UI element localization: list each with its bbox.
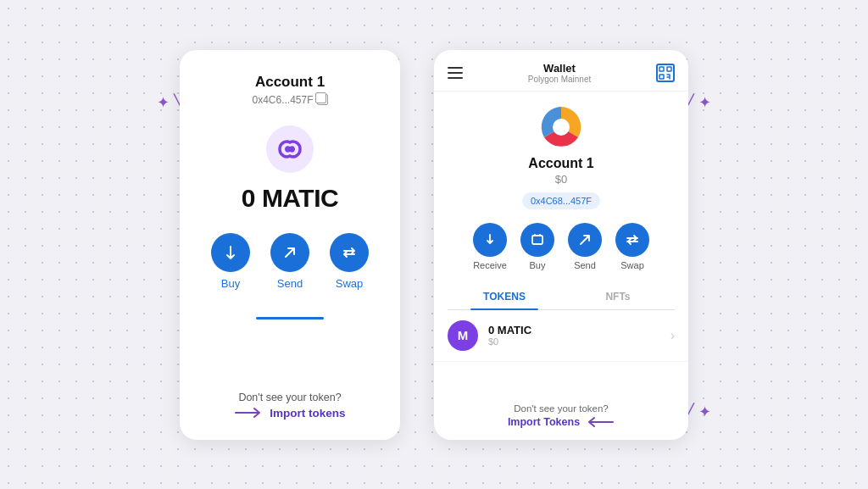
left-account-title: Account 1 [255, 74, 325, 91]
send-button-icon [270, 233, 309, 272]
receive-label: Receive [473, 260, 507, 270]
left-tab-indicator [256, 317, 324, 320]
right-wallet-card: Wallet Polygon Mainnet [434, 50, 688, 440]
left-balance: 0 MATIC [242, 184, 338, 213]
left-import-row: Import tokens [234, 407, 345, 420]
receive-button[interactable]: Receive [473, 223, 507, 270]
svg-rect-2 [667, 67, 671, 71]
left-import-link[interactable]: Import tokens [270, 407, 345, 420]
right-send-label: Send [574, 260, 596, 270]
left-address-text: 0x4C6...457F [252, 94, 313, 106]
right-header: Wallet Polygon Mainnet [434, 50, 688, 92]
copy-icon[interactable] [317, 94, 328, 105]
sparkle-decoration-tr: ╱ ✦ [685, 93, 711, 112]
right-import-section: Don't see your token? Import Tokens [434, 392, 688, 440]
send-button-label: Send [277, 277, 303, 290]
tab-tokens-label: TOKENS [483, 291, 526, 303]
token-amount: 0 MATIC [488, 324, 670, 336]
chevron-right-icon: › [670, 328, 675, 343]
buy-button-icon [211, 233, 250, 272]
swap-button-label: Swap [336, 277, 364, 290]
tab-nfts[interactable]: NFTs [561, 284, 675, 309]
svg-rect-1 [659, 67, 664, 71]
hamburger-line-2 [448, 72, 463, 74]
scan-icon[interactable] [656, 64, 675, 82]
send-button[interactable]: Send [270, 233, 309, 290]
right-buy-button[interactable]: Buy [520, 223, 554, 270]
left-dont-see-text: Don't see your token? [234, 392, 345, 403]
right-address-badge[interactable]: 0x4C68...457F [522, 192, 600, 209]
network-label: Polygon Mainnet [528, 75, 592, 84]
right-buy-icon [520, 223, 554, 257]
hamburger-line-1 [448, 67, 463, 69]
main-container: Account 1 0x4C6...457F 0 MATIC Buy [180, 50, 688, 440]
right-swap-label: Swap [620, 260, 644, 270]
right-body: Account 1 $0 0x4C68...457F Receive [434, 92, 688, 310]
arrow-right-icon [234, 407, 264, 419]
tab-nfts-label: NFTs [605, 291, 630, 303]
buy-button[interactable]: Buy [211, 233, 250, 290]
token-value: $0 [488, 336, 670, 347]
right-account-title: Account 1 [528, 156, 593, 171]
svg-rect-6 [532, 236, 542, 244]
menu-icon[interactable] [448, 67, 463, 79]
right-action-buttons: Receive Buy [473, 223, 649, 270]
tabs-row: TOKENS NFTs [448, 284, 675, 310]
token-icon: M [448, 320, 478, 351]
header-center: Wallet Polygon Mainnet [528, 62, 592, 84]
right-send-button[interactable]: Send [568, 223, 602, 270]
svg-point-5 [553, 119, 570, 136]
polygon-logo [539, 105, 583, 149]
receive-icon [473, 223, 507, 257]
swap-button-icon [330, 233, 369, 272]
right-swap-icon [615, 223, 649, 257]
sparkle-decoration-br: ╱ ✦ [685, 403, 711, 421]
left-import-section: Don't see your token? Import tokens [234, 392, 345, 420]
table-row[interactable]: M 0 MATIC $0 › [434, 310, 688, 362]
buy-button-label: Buy [221, 277, 240, 290]
right-import-link[interactable]: Import Tokens [508, 416, 580, 428]
swap-button[interactable]: Swap [330, 233, 369, 290]
hamburger-line-3 [448, 77, 463, 79]
right-swap-button[interactable]: Swap [615, 223, 649, 270]
right-import-row: Import Tokens [448, 416, 675, 428]
right-balance-dollar: $0 [555, 173, 567, 186]
tab-tokens[interactable]: TOKENS [448, 284, 561, 309]
metamask-logo [265, 125, 314, 174]
wallet-title: Wallet [528, 62, 592, 75]
right-send-icon [568, 223, 602, 257]
right-buy-label: Buy [530, 260, 546, 270]
right-dont-see-text: Don't see your token? [448, 403, 675, 414]
svg-rect-3 [659, 75, 664, 79]
token-info: 0 MATIC $0 [488, 324, 670, 347]
left-wallet-card: Account 1 0x4C6...457F 0 MATIC Buy [180, 50, 400, 440]
left-address-row: 0x4C6...457F [252, 94, 327, 106]
arrow-left-icon [584, 416, 615, 428]
left-action-buttons: Buy Send Swap [211, 233, 369, 290]
token-list: M 0 MATIC $0 › [434, 310, 688, 362]
